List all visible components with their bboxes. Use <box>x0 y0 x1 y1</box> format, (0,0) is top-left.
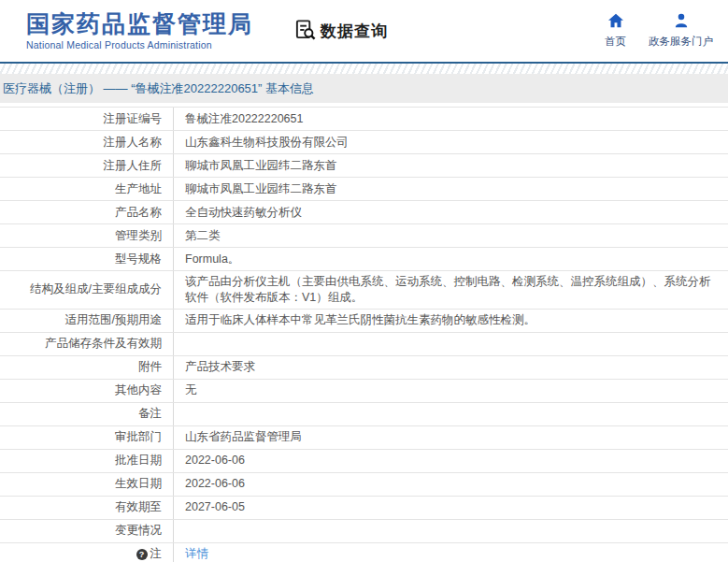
row-label: 附件 <box>0 356 174 379</box>
row-label: 有效期至 <box>0 497 174 519</box>
page: 国家药品监督管理局 National Medical Products Admi… <box>0 0 728 562</box>
nav-item-label: 政务服务门户 <box>649 35 713 49</box>
table-row: 生效日期2022-06-06 <box>0 473 728 497</box>
row-label: 结构及组成/主要组成成分 <box>0 271 174 309</box>
table-row: 备注 <box>0 403 728 426</box>
table-row: 注册人住所聊城市凤凰工业园纬二路东首 <box>0 154 728 178</box>
row-value: 山东鑫科生物科技股份有限公司 <box>174 131 728 153</box>
detail-link[interactable]: 详情 <box>185 546 208 562</box>
table-row: 产品储存条件及有效期 <box>0 333 728 356</box>
data-query-section: 数据查询 <box>294 19 388 44</box>
row-label: 其他内容 <box>0 380 174 402</box>
row-value: 适用于临床人体样本中常见革兰氏阴性菌抗生素药物的敏感性检测。 <box>174 310 728 332</box>
row-label-text: 注册证编号 <box>104 111 163 127</box>
row-value: Formula。 <box>174 248 728 270</box>
row-value: 全自动快速药敏分析仪 <box>174 201 728 223</box>
row-label-text: 有效期至 <box>115 499 162 515</box>
row-label-text: 生效日期 <box>115 476 162 492</box>
row-value: 2027-06-05 <box>174 497 728 519</box>
header-nav: 首页 政务服务门户 <box>605 13 728 49</box>
row-label: 审批部门 <box>0 426 174 449</box>
table-row: 管理类别第二类 <box>0 224 728 248</box>
nav-item-home[interactable]: 首页 <box>605 13 626 49</box>
row-label: 管理类别 <box>0 224 174 247</box>
table-row: 其他内容无 <box>0 380 728 403</box>
site-title-cn: 国家药品监督管理局 <box>26 11 253 37</box>
row-label: 注册人名称 <box>0 131 174 153</box>
home-icon <box>607 13 624 32</box>
row-value <box>174 520 728 542</box>
row-label: 注册人住所 <box>0 154 174 177</box>
row-value: 产品技术要求 <box>174 356 728 379</box>
row-value: 鲁械注准20222220651 <box>174 108 728 130</box>
row-label: 适用范围/预期用途 <box>0 310 174 332</box>
row-label: ?注 <box>0 543 174 562</box>
user-icon <box>673 13 690 32</box>
row-value: 第二类 <box>174 224 728 247</box>
breadcrumb: 医疗器械（注册） —— “鲁械注准20222220651” 基本信息 <box>0 74 728 103</box>
nav-item-gov-portal[interactable]: 政务服务门户 <box>649 13 713 49</box>
table-row: 结构及组成/主要组成成分该产品由分析仪主机（主要由供电系统、运动系统、控制电路、… <box>0 271 728 310</box>
help-icon: ? <box>136 549 148 560</box>
row-label: 型号规格 <box>0 248 174 270</box>
row-label: 生产地址 <box>0 178 174 200</box>
site-title-en: National Medical Products Administration <box>26 39 253 50</box>
row-label-text: 生产地址 <box>115 181 162 197</box>
row-value: 详情 <box>174 543 728 562</box>
table-row: 产品名称全自动快速药敏分析仪 <box>0 201 728 224</box>
row-label-text: 适用范围/预期用途 <box>65 312 162 328</box>
row-label-text: 注 <box>150 546 163 562</box>
table-row: 注册证编号鲁械注准20222220651 <box>0 107 728 131</box>
table-row: 附件产品技术要求 <box>0 356 728 380</box>
table-row: 审批部门山东省药品监督管理局 <box>0 426 728 450</box>
breadcrumb-text: 医疗器械（注册） —— “鲁械注准20222220651” 基本信息 <box>3 80 314 97</box>
row-label-text: 附件 <box>138 359 162 375</box>
row-label-text: 其他内容 <box>115 382 162 398</box>
row-label: 变更情况 <box>0 520 174 542</box>
row-value: 聊城市凤凰工业园纬二路东首 <box>174 154 728 177</box>
data-query-label: 数据查询 <box>321 21 388 42</box>
row-label-text: 变更情况 <box>115 523 162 539</box>
nav-item-label: 首页 <box>605 35 626 49</box>
row-label-text: 审批部门 <box>115 429 162 445</box>
row-value <box>174 333 728 355</box>
row-value: 山东省药品监督管理局 <box>174 426 728 449</box>
table-row: 有效期至2027-06-05 <box>0 497 728 520</box>
row-value <box>174 403 728 425</box>
table-row: 生产地址聊城市凤凰工业园纬二路东首 <box>0 178 728 201</box>
row-label-text: 管理类别 <box>115 228 162 244</box>
data-query-icon <box>294 19 316 44</box>
info-table: 注册证编号鲁械注准20222220651注册人名称山东鑫科生物科技股份有限公司注… <box>0 107 728 562</box>
row-label: 注册证编号 <box>0 108 174 130</box>
row-value: 聊城市凤凰工业园纬二路东首 <box>174 178 728 200</box>
site-header: 国家药品监督管理局 National Medical Products Admi… <box>0 0 728 62</box>
row-value: 2022-06-06 <box>174 473 728 496</box>
row-label: 产品储存条件及有效期 <box>0 333 174 355</box>
row-label-text: 产品储存条件及有效期 <box>45 336 162 352</box>
row-value: 2022-06-06 <box>174 450 728 472</box>
row-label: 产品名称 <box>0 201 174 223</box>
row-label: 批准日期 <box>0 450 174 472</box>
table-row: 适用范围/预期用途适用于临床人体样本中常见革兰氏阴性菌抗生素药物的敏感性检测。 <box>0 310 728 333</box>
row-label: 生效日期 <box>0 473 174 496</box>
table-row: 型号规格Formula。 <box>0 248 728 271</box>
row-label-text: 注册人住所 <box>104 158 163 174</box>
row-value: 该产品由分析仪主机（主要由供电系统、运动系统、控制电路、检测系统、温控系统组成）… <box>174 271 728 309</box>
row-label-text: 注册人名称 <box>104 135 163 151</box>
site-logo: 国家药品监督管理局 National Medical Products Admi… <box>26 11 253 50</box>
table-row: 批准日期2022-06-06 <box>0 450 728 473</box>
row-value: 无 <box>174 380 728 402</box>
row-label-text: 结构及组成/主要组成成分 <box>30 281 162 297</box>
table-row: 注册人名称山东鑫科生物科技股份有限公司 <box>0 131 728 154</box>
row-label-text: 产品名称 <box>115 205 162 221</box>
row-label-text: 批准日期 <box>115 453 162 468</box>
row-label-text: 备注 <box>138 406 162 422</box>
row-label: 备注 <box>0 403 174 425</box>
table-row: ?注详情 <box>0 543 728 562</box>
hatched-band <box>0 64 728 74</box>
table-row: 变更情况 <box>0 520 728 543</box>
row-label-text: 型号规格 <box>115 252 162 267</box>
